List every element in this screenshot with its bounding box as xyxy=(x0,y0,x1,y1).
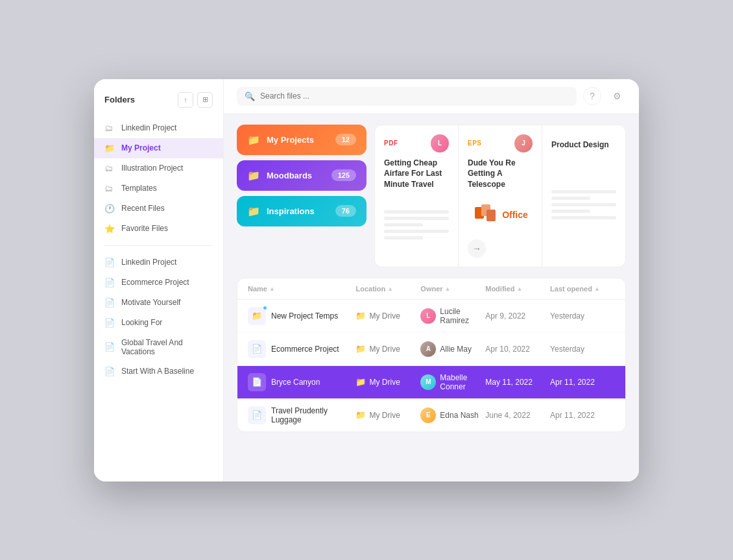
sidebar-file-label: Motivate Yourself xyxy=(121,298,180,307)
sidebar-file-baseline[interactable]: 📄 Start With A Baseline xyxy=(94,361,223,382)
folder-card-badge: 12 xyxy=(335,134,356,145)
sidebar-item-recent-files[interactable]: 🕐 Recent Files xyxy=(94,199,223,219)
sidebar-item-favorite-files[interactable]: ⭐ Favorite Files xyxy=(94,219,223,239)
file-icon: 📄 xyxy=(248,406,266,424)
sidebar-item-templates[interactable]: 🗂 Templates xyxy=(94,178,223,199)
star-icon: ⭐ xyxy=(104,224,115,234)
file-last-opened: Apr 11, 2022 xyxy=(550,378,615,387)
sidebar-item-label: Recent Files xyxy=(121,204,165,213)
settings-button[interactable]: ⚙ xyxy=(608,87,626,105)
sidebar-file-looking-for[interactable]: 📄 Looking For xyxy=(94,313,223,333)
app-window: Folders ↑ ⊞ 🗂 Linkedin Project 📁 My Proj… xyxy=(94,79,639,481)
file-location: 📁 My Drive xyxy=(355,344,420,354)
folder-icon: 📁 xyxy=(355,344,366,354)
file-icon: 📄 xyxy=(104,318,115,328)
folder-card-left: 📁 My Projects xyxy=(247,134,314,146)
search-input[interactable] xyxy=(260,91,569,101)
preview-body: Office xyxy=(468,195,533,234)
folder-card-icon: 📁 xyxy=(247,205,260,217)
header-last-opened: Last opened ▲ xyxy=(550,285,615,293)
file-name: Bryce Canyon xyxy=(271,378,320,387)
owner-avatar: E xyxy=(420,408,436,423)
folder-card-badge: 76 xyxy=(335,205,356,217)
folder-icon: 🗂 xyxy=(104,184,115,193)
header-modified: Modified ▲ xyxy=(485,285,550,293)
table-row[interactable]: 📁 New Project Temps 📁 My Drive L Lucile … xyxy=(237,300,625,333)
folder-card-inspirations[interactable]: 📁 Inspirations 76 xyxy=(237,196,367,226)
svg-rect-2 xyxy=(487,210,496,221)
search-bar[interactable]: 🔍 xyxy=(237,87,577,106)
doc-line xyxy=(384,236,423,239)
upload-button[interactable]: ↑ xyxy=(178,92,193,108)
preview-card-pdf: PDF L Getting Cheap Airfare For Last Min… xyxy=(375,125,459,267)
header-name: Name ▲ xyxy=(248,285,355,293)
file-last-opened: Yesterday xyxy=(550,345,615,354)
folder-card-my-projects[interactable]: 📁 My Projects 12 xyxy=(237,125,367,155)
sort-icon: ▲ xyxy=(387,286,393,292)
file-table: Name ▲ Location ▲ Owner ▲ Modified ▲ xyxy=(237,278,626,432)
folder-card-moodbards[interactable]: 📁 Moodbards 125 xyxy=(237,160,367,191)
sidebar-file-label: Start With A Baseline xyxy=(121,367,194,376)
sidebar-header: Folders ↑ ⊞ xyxy=(94,92,223,118)
file-type-tag: PDF xyxy=(384,140,398,147)
sidebar-header-actions: ↑ ⊞ xyxy=(178,92,213,108)
doc-line xyxy=(384,230,449,233)
file-owner: E Edna Nash xyxy=(420,408,485,423)
file-name: Ecommerce Project xyxy=(271,345,339,354)
sidebar-item-label: Templates xyxy=(121,184,157,193)
add-folder-button[interactable]: ⊞ xyxy=(197,92,213,108)
next-preview-button[interactable]: → xyxy=(468,239,486,258)
owner-avatar: M xyxy=(420,374,436,390)
folder-card-icon: 📁 xyxy=(247,134,260,146)
office-svg-icon xyxy=(472,202,498,228)
preview-body xyxy=(384,195,449,258)
sidebar-file-motivate[interactable]: 📄 Motivate Yourself xyxy=(94,293,223,313)
file-modified: June 4, 2022 xyxy=(485,411,550,420)
preview-card-design: Product Design xyxy=(542,125,625,267)
sidebar-item-my-project[interactable]: 📁 My Project xyxy=(94,138,223,158)
folder-card-left: 📁 Moodbards xyxy=(247,169,312,182)
avatar-face: J xyxy=(514,134,533,152)
sidebar-divider xyxy=(104,245,213,246)
doc-line xyxy=(551,210,590,213)
folder-icon: 📁 xyxy=(355,410,366,420)
table-row[interactable]: 📄 Travel Prudently Luggage 📁 My Drive E … xyxy=(237,399,625,432)
file-last-opened: Apr 11, 2022 xyxy=(550,411,615,420)
preview-title: Getting Cheap Airfare For Last Minute Tr… xyxy=(384,158,449,190)
doc-line xyxy=(384,223,423,226)
content-area: 📁 My Projects 12 📁 Moodbards 125 xyxy=(224,114,639,481)
file-owner: M Mabelle Conner xyxy=(420,373,485,391)
table-row[interactable]: 📄 Bryce Canyon 📁 My Drive M Mabelle Conn… xyxy=(237,366,625,399)
folder-card-name: My Projects xyxy=(267,135,314,145)
sidebar-file-label: Ecommerce Project xyxy=(121,278,189,287)
file-name-cell: 📄 Bryce Canyon xyxy=(248,373,355,391)
folder-icon: 📁 xyxy=(104,143,115,153)
file-modified: Apr 9, 2022 xyxy=(485,311,550,321)
sort-icon: ▲ xyxy=(445,286,451,292)
file-owner: A Allie May xyxy=(420,341,485,357)
doc-preview-lines xyxy=(551,190,616,223)
sidebar-item-illustration-project[interactable]: 🗂 Illustration Project xyxy=(94,158,223,178)
sidebar-file-ecommerce[interactable]: 📄 Ecommerce Project xyxy=(94,273,223,293)
folder-icon: 🗂 xyxy=(104,164,115,173)
file-type-tag: EPS xyxy=(468,140,482,147)
file-icon: 📁 xyxy=(248,307,266,325)
folder-card-name: Moodbards xyxy=(267,171,312,180)
owner-avatar: L xyxy=(420,308,436,324)
file-icon: 📄 xyxy=(248,340,266,358)
doc-line xyxy=(551,197,590,200)
file-location: 📁 My Drive xyxy=(355,311,420,321)
sidebar-item-linkedin-project[interactable]: 🗂 Linkedin Project xyxy=(94,118,223,138)
sidebar-file-linkedin[interactable]: 📄 Linkedin Project xyxy=(94,252,223,273)
sidebar-nav: 🗂 Linkedin Project 📁 My Project 🗂 Illust… xyxy=(94,118,223,239)
table-row[interactable]: 📄 Ecommerce Project 📁 My Drive A Allie M… xyxy=(237,333,625,366)
sidebar-file-global-travel[interactable]: 📄 Global Travel And Vacations xyxy=(94,333,223,361)
help-button[interactable]: ? xyxy=(583,87,601,105)
sidebar-file-label: Global Travel And Vacations xyxy=(121,338,213,356)
quick-access-section: 📁 My Projects 12 📁 Moodbards 125 xyxy=(237,125,626,267)
header-owner: Owner ▲ xyxy=(420,285,485,293)
file-icon: 📄 xyxy=(104,367,115,376)
file-location: 📁 My Drive xyxy=(355,410,420,420)
file-modified: Apr 10, 2022 xyxy=(485,345,550,354)
clock-icon: 🕐 xyxy=(104,204,115,213)
